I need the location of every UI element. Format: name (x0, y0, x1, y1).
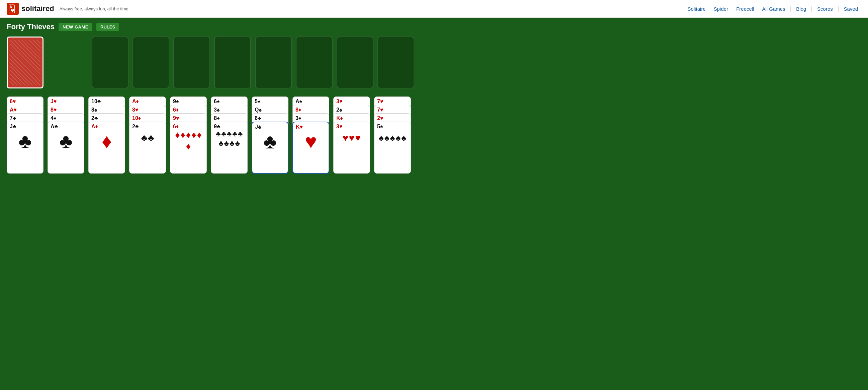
top-row (7, 36, 861, 88)
foundation-4[interactable] (255, 36, 292, 88)
column-7: A♠8♦3♠K♥♥ (292, 96, 329, 173)
column-4: 9♠6♦9♥6♦♦♦♦♦♦♦ (170, 96, 207, 173)
card-center-col9: ♠♠♠♠♠ (377, 130, 408, 146)
column-3: A♦8♥10♦2♣♣♣ (129, 96, 166, 173)
card-center-col6: ♣ (255, 130, 285, 153)
logo: 🂱 solitaired (7, 3, 54, 15)
tableau: 6♥A♥7♣J♣♣J♥8♥4♠A♣♣10♣8♠2♣A♦♦A♦8♥10♦2♣♣♣9… (7, 96, 861, 173)
card-center-col8: ♥♥♥ (336, 130, 367, 146)
nav-divider-1: | (790, 5, 792, 12)
nav-saved[interactable]: Saved (840, 5, 861, 13)
header: 🂱 solitaired Always free, always fun, al… (0, 0, 868, 18)
stock-pile[interactable] (7, 36, 43, 88)
card-center-col5: ♣♣♣♣♣♣♣♣♣ (214, 130, 245, 148)
foundation-2[interactable] (173, 36, 210, 88)
nav-spider[interactable]: Spider (710, 5, 732, 13)
foundation-0[interactable] (92, 36, 128, 88)
column-9: 7♥7♥2♥5♠♠♠♠♠♠ (374, 96, 411, 173)
logo-icon: 🂱 (7, 3, 19, 15)
card-center-col1: ♣ (51, 130, 81, 153)
rules-button[interactable]: RULES (96, 23, 119, 31)
card-col1-3[interactable]: A♣♣ (48, 122, 84, 173)
nav: Solitaire Spider Freecell All Games | Bl… (684, 5, 861, 13)
nav-freecell[interactable]: Freecell (733, 5, 757, 13)
foundation-5[interactable] (296, 36, 333, 88)
card-center-col0: ♣ (10, 130, 40, 153)
card-col3-3[interactable]: 2♣♣♣ (129, 122, 166, 173)
card-center-col4: ♦♦♦♦♦♦ (173, 130, 204, 152)
card-center-col3: ♣♣ (132, 130, 163, 146)
card-col5-3[interactable]: 9♣♣♣♣♣♣♣♣♣♣ (211, 122, 248, 173)
card-center-col2: ♦ (91, 130, 122, 153)
new-game-button[interactable]: NEW GAME (59, 23, 92, 31)
foundation-3[interactable] (214, 36, 251, 88)
column-5: 6♠3♠8♠9♣♣♣♣♣♣♣♣♣♣ (211, 96, 248, 173)
card-col7-3[interactable]: K♥♥ (292, 122, 329, 173)
foundation-7[interactable] (377, 36, 414, 88)
column-2: 10♣8♠2♣A♦♦ (88, 96, 125, 173)
card-col2-3[interactable]: A♦♦ (88, 122, 125, 173)
nav-scores[interactable]: Scores (814, 5, 836, 13)
nav-solitaire[interactable]: Solitaire (684, 5, 709, 13)
card-col6-3[interactable]: J♣♣ (252, 122, 288, 173)
nav-all-games[interactable]: All Games (758, 5, 788, 13)
logo-text: solitaired (22, 4, 54, 13)
column-0: 6♥A♥7♣J♣♣ (7, 96, 43, 173)
nav-blog[interactable]: Blog (793, 5, 809, 13)
nav-divider-3: | (838, 5, 839, 12)
title-bar: Forty Thieves NEW GAME RULES (7, 23, 861, 31)
column-6: 5♠Q♠6♣J♣♣ (252, 96, 288, 173)
tagline: Always free, always fun, all the time (60, 6, 128, 11)
card-col9-3[interactable]: 5♠♠♠♠♠♠ (374, 122, 411, 173)
foundation-1[interactable] (132, 36, 169, 88)
svg-text:🂱: 🂱 (8, 4, 16, 13)
column-1: J♥8♥4♠A♣♣ (48, 96, 84, 173)
nav-divider-2: | (811, 5, 812, 12)
column-8: 3♥2♠K♦3♥♥♥♥ (333, 96, 370, 173)
card-col0-3[interactable]: J♣♣ (7, 122, 43, 173)
game-area: Forty Thieves NEW GAME RULES 6♥A♥7♣J♣♣J♥… (0, 18, 868, 178)
foundation-6[interactable] (337, 36, 373, 88)
card-col8-3[interactable]: 3♥♥♥♥ (333, 122, 370, 173)
card-col4-3[interactable]: 6♦♦♦♦♦♦♦ (170, 122, 207, 173)
card-center-col7: ♥ (296, 130, 326, 153)
game-title: Forty Thieves (7, 23, 55, 31)
